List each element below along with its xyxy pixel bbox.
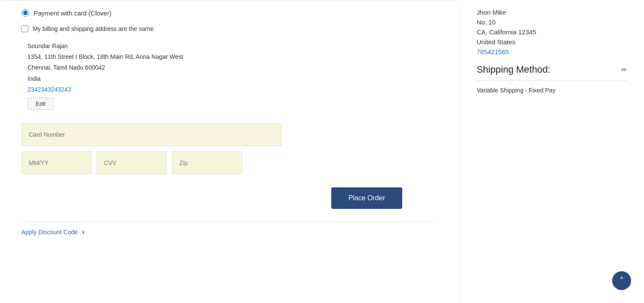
payment-option-row: Payment with card (Clover)	[22, 9, 442, 17]
customer-no: No: 10	[477, 18, 627, 26]
cvv-input[interactable]	[97, 151, 167, 174]
billing-country: India	[28, 73, 442, 84]
payment-label: Payment with card (Clover)	[34, 9, 111, 17]
customer-phone: 785421565	[477, 48, 627, 55]
card-row	[22, 151, 442, 174]
divider	[22, 222, 434, 222]
billing-checkbox-label: My billing and shipping address are the …	[33, 25, 154, 32]
left-panel: Payment with card (Clover) My billing an…	[0, 0, 459, 303]
shipping-method-header: Shipping Method: ✏	[477, 64, 627, 81]
discount-row[interactable]: Apply Discount Code ∨	[22, 229, 442, 236]
customer-name: Jhon Mike	[477, 9, 627, 16]
billing-name: Soundar Rajan	[28, 41, 442, 52]
chevron-up-icon: ˄	[619, 275, 624, 286]
billing-city: Chennai, Tamil Nadu 600042	[28, 62, 442, 73]
scroll-to-top-button[interactable]: ˄	[612, 271, 631, 290]
shipping-method-value: Variable Shipping - Fixed Pay	[477, 87, 627, 94]
place-order-button[interactable]: Place Order	[331, 187, 402, 209]
customer-country: United States	[477, 38, 627, 46]
card-number-input[interactable]	[22, 123, 282, 146]
expiry-input[interactable]	[22, 151, 92, 174]
billing-street: 1354, 11th Street I Block, 18th Main Rd,…	[28, 52, 442, 62]
shipping-method-title: Shipping Method:	[477, 64, 550, 75]
zip-input[interactable]	[172, 151, 242, 174]
billing-phone: 2342343243243	[28, 84, 442, 95]
edit-billing-button[interactable]: Edit	[28, 98, 53, 110]
customer-state: CA, California 12345	[477, 28, 627, 36]
billing-address-block: Soundar Rajan 1354, 11th Street I Block,…	[22, 41, 442, 110]
billing-checkbox-row: My billing and shipping address are the …	[22, 25, 442, 32]
edit-shipping-icon[interactable]: ✏	[621, 66, 627, 74]
discount-link[interactable]: Apply Discount Code	[22, 229, 78, 236]
payment-radio[interactable]	[22, 9, 29, 17]
chevron-down-icon: ∨	[81, 229, 86, 235]
place-order-row: Place Order	[22, 187, 402, 209]
card-fields-section	[22, 123, 442, 174]
billing-checkbox[interactable]	[22, 25, 28, 32]
right-panel: Jhon Mike No: 10 CA, California 12345 Un…	[459, 0, 644, 303]
